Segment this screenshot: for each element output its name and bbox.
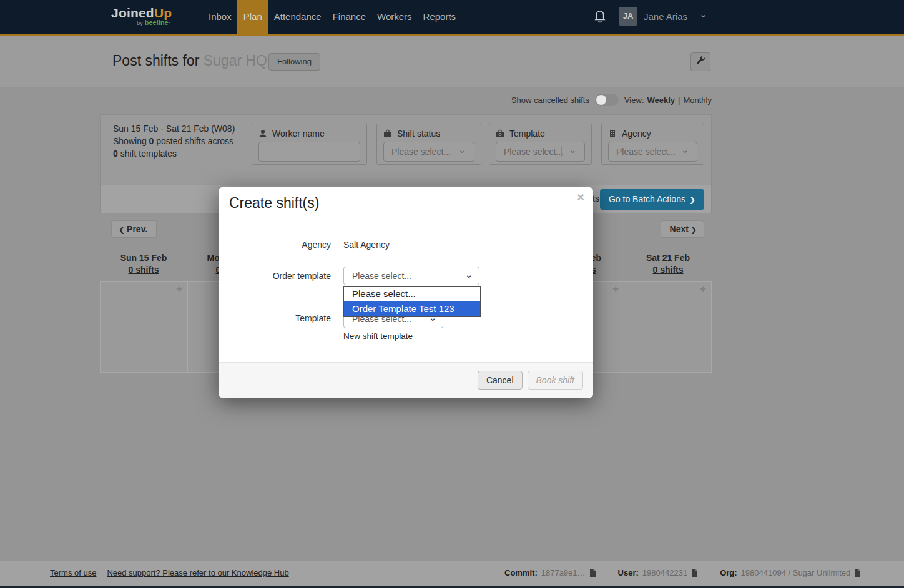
templates-summary: 0 shift templates [113,147,235,160]
user-name[interactable]: Jane Arias [644,11,687,22]
shift-status-select[interactable]: Please select... ⌄ [383,142,474,162]
agency-value: Salt Agency [343,240,390,250]
modal-divider [219,222,593,222]
order-template-dropdown: Please select... Order Template Test 123 [343,286,481,317]
order-template-select[interactable]: Please select... ⌄ [343,267,479,285]
week-summary: Sun 15 Feb - Sat 21 Feb (W08) Showing 0 … [113,122,235,160]
page-footer: Terms of use Need support? Please refer … [0,561,904,586]
agency-select[interactable]: Please select... ⌄ [608,142,697,162]
new-shift-template-link[interactable]: New shift template [343,331,413,341]
nav-item-inbox[interactable]: Inbox [203,0,237,36]
create-shifts-modal: Create shift(s) × Agency Salt Agency Ord… [219,187,593,398]
close-icon[interactable]: × [577,190,584,205]
week-range: Sun 15 Feb - Sat 21 Feb (W08) [113,122,235,135]
day-shifts-link[interactable]: 0 shifts [128,265,159,275]
order-template-label: Order template [219,271,331,281]
modal-title: Create shift(s) [229,195,319,212]
toggle-knob [596,95,606,105]
next-week-button[interactable]: Next❯ [661,220,704,238]
document-icon[interactable] [589,569,596,577]
joinedup-logo[interactable]: JoinedUp by beeline· [111,6,172,26]
nav-item-reports[interactable]: Reports [418,0,462,36]
nav-item-plan[interactable]: Plan [237,0,268,36]
view-separator: | [678,96,680,105]
top-navbar: JoinedUp by beeline· Inbox Plan Attendan… [0,0,904,36]
building-icon [608,129,617,138]
add-shift-plus-icon[interactable]: + [176,283,182,295]
dropdown-option-selected[interactable]: Order Template Test 123 [344,301,480,316]
worker-name-input[interactable] [258,142,360,162]
agency-label: Agency [219,240,331,250]
posted-shifts-summary: Showing 0 posted shifts across [113,135,235,147]
settings-wrench-icon[interactable] [690,52,710,71]
filter-shift-status: Shift status Please select... ⌄ [376,124,481,165]
chevron-left-icon: ❮ [119,225,125,234]
template-select[interactable]: Please select... ⌄ [496,142,585,162]
show-cancelled-label: Show cancelled shifts [511,96,589,105]
nav-item-attendance[interactable]: Attendance [268,0,327,36]
avatar[interactable]: JA [619,7,637,26]
filter-label: Worker name [272,129,325,139]
add-shift-plus-icon[interactable]: + [612,283,619,295]
book-shift-button[interactable]: Book shift [528,371,583,390]
document-icon[interactable] [854,569,860,577]
view-label: View: [624,96,644,105]
terms-of-use-link[interactable]: Terms of use [50,568,96,577]
page-title-entity: Sugar HQ [204,52,267,69]
show-cancelled-toggle[interactable] [595,94,619,106]
view-monthly-link[interactable]: Monthly [683,96,712,105]
chevron-right-icon: ❯ [689,195,695,204]
footer-meta: Commit:1877a9e1… User:1980442231 Org:198… [504,568,860,577]
main-nav: Inbox Plan Attendance Finance Workers Re… [203,0,461,36]
template-label: Template [219,313,331,323]
org-info: Org:1980441094 / Sugar Unlimited [720,568,860,577]
chevron-down-icon: ⌄ [458,145,466,155]
chevron-down-icon: ⌄ [681,145,689,155]
view-weekly[interactable]: Weekly [647,96,676,105]
page-header: Post shifts for Sugar HQ Following [0,36,904,87]
app-root: JoinedUp by beeline· Inbox Plan Attendan… [0,0,904,588]
add-shift-plus-icon[interactable]: + [700,283,706,295]
notifications-bell-icon[interactable] [594,9,606,24]
filter-label: Template [509,129,545,139]
user-info: User:1980442231 [618,568,698,577]
day-cell: + [101,282,188,372]
filter-label: Shift status [397,129,440,139]
chevron-down-icon: ⌄ [465,270,473,280]
modal-footer: Cancel Book shift [219,362,593,398]
view-switcher: View: Weekly | Monthly [624,96,712,105]
filter-worker-name: Worker name [252,124,367,165]
go-to-batch-actions-button[interactable]: Go to Batch Actions❯ [600,189,704,210]
filter-label: Agency [622,129,651,139]
view-controls: Show cancelled shifts View: Weekly | Mon… [511,94,712,106]
nav-item-finance[interactable]: Finance [327,0,371,36]
day-header: Sat 21 Feb0 shifts [624,253,712,275]
filter-agency: Agency Please select... ⌄ [601,124,704,165]
bottom-bar [0,586,904,588]
partial-text: ts [592,194,599,203]
day-cell: + [624,282,712,372]
page-title: Post shifts for Sugar HQ [112,52,267,69]
user-icon [258,129,267,138]
commit-info: Commit:1877a9e1… [504,568,596,577]
chevron-down-icon: ⌄ [569,145,576,155]
document-icon[interactable] [691,569,697,577]
footer-links: Terms of use Need support? Please refer … [50,568,289,577]
day-header: Sun 15 Feb0 shifts [100,253,187,275]
dropdown-option[interactable]: Please select... [344,287,480,301]
knowledge-hub-link[interactable]: Need support? Please refer to our Knowle… [107,568,288,577]
nav-item-workers[interactable]: Workers [371,0,418,36]
user-menu-chevron-down-icon[interactable]: ⌄ [699,9,707,20]
filter-template: Template Please select... ⌄ [489,124,592,165]
template-icon [496,129,504,138]
prev-week-button[interactable]: ❮Prev. [111,220,157,238]
day-shifts-link[interactable]: 0 shifts [652,265,683,275]
cancel-button[interactable]: Cancel [478,371,523,390]
briefcase-icon [383,129,392,138]
chevron-right-icon: ❯ [690,225,697,234]
following-button[interactable]: Following [268,53,320,71]
